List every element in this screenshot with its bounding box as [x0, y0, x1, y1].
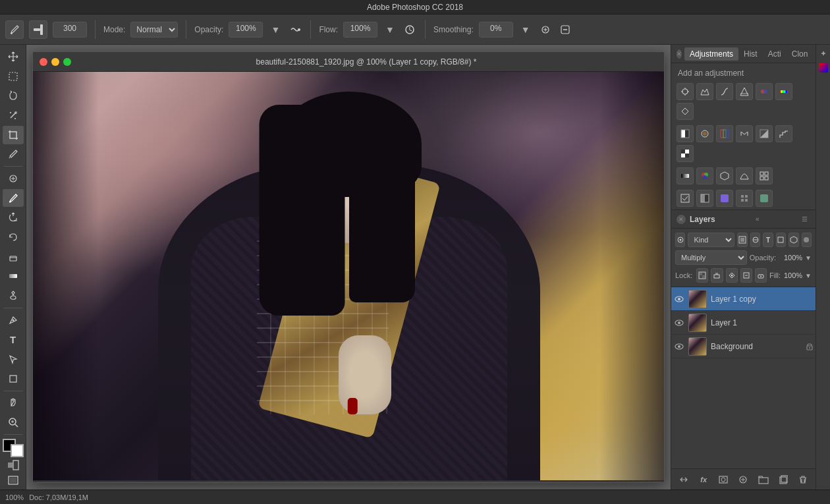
layer-item-1[interactable]: Layer 1	[671, 311, 816, 335]
pressure-btn[interactable]	[558, 22, 572, 37]
adj-vibrance[interactable]	[756, 83, 773, 100]
crop-tool[interactable]	[3, 126, 24, 144]
flow-value[interactable]: 100%	[343, 22, 377, 38]
layer-item-copy[interactable]: Layer 1 copy	[671, 287, 816, 311]
filter-status-btn[interactable]	[802, 233, 812, 247]
maximize-window-btn[interactable]	[63, 58, 71, 66]
adj-smart-object[interactable]	[716, 167, 733, 184]
filter-smart-btn[interactable]	[788, 233, 798, 247]
quick-mask-btn[interactable]	[3, 459, 24, 472]
path-selection-tool[interactable]	[3, 350, 24, 368]
adj-pattern[interactable]	[736, 190, 753, 207]
fill-arrow[interactable]: ▼	[805, 272, 812, 279]
tab-adjustments[interactable]: Adjustments	[684, 47, 738, 61]
color-swatches[interactable]	[3, 439, 24, 457]
tab-actions[interactable]: Acti	[763, 47, 787, 61]
move-tool[interactable]	[3, 47, 24, 66]
eraser-tool[interactable]	[3, 248, 24, 266]
layers-collapse-btn[interactable]: «	[752, 214, 763, 225]
filter-pixel-btn[interactable]	[737, 233, 747, 247]
adj-color-lookup[interactable]	[736, 125, 753, 142]
adj-mask-invert[interactable]	[696, 190, 713, 207]
adj-posterize[interactable]	[775, 125, 792, 142]
layer-1-visibility[interactable]	[674, 318, 684, 328]
right-edge-color[interactable]	[817, 62, 829, 74]
adj-exposure[interactable]	[736, 83, 753, 100]
brush-tool-btn[interactable]	[5, 20, 24, 39]
layer-new-btn[interactable]	[776, 472, 790, 487]
adj-bw[interactable]	[677, 125, 694, 142]
screen-mode-btn[interactable]	[3, 473, 24, 487]
layer-link-btn[interactable]	[677, 472, 691, 487]
adj-selective-color[interactable]	[696, 167, 713, 184]
gradient-tool[interactable]	[3, 267, 24, 286]
lock-image-pixels-btn[interactable]	[711, 268, 723, 283]
lock-position-btn[interactable]	[726, 268, 738, 283]
eyedropper-tool[interactable]	[3, 146, 24, 164]
layer-copy-visibility[interactable]	[674, 294, 684, 304]
adj-mask-edit[interactable]	[677, 190, 694, 207]
adj-grid[interactable]	[756, 167, 773, 184]
adj-channel-mixer[interactable]	[716, 125, 733, 142]
filter-type-select[interactable]: Kind Name Effect Mode Attribute	[688, 233, 734, 247]
adj-curves[interactable]	[716, 83, 733, 100]
tab-clone[interactable]: Clon	[787, 47, 814, 61]
background-color[interactable]	[11, 444, 24, 457]
minimize-window-btn[interactable]	[51, 58, 59, 66]
adj-solid-color[interactable]	[756, 190, 773, 207]
adj-gradient-map[interactable]	[677, 167, 694, 184]
hand-tool[interactable]	[3, 394, 24, 412]
adj-hue-saturation[interactable]	[775, 83, 792, 100]
background-visibility[interactable]	[674, 341, 684, 352]
layers-close-btn[interactable]: ✕	[677, 215, 686, 224]
lock-all-btn[interactable]	[755, 268, 767, 283]
layer-mask-btn[interactable]	[716, 472, 731, 487]
adj-shadows-highlights[interactable]	[736, 167, 753, 184]
adj-threshold[interactable]	[677, 145, 694, 162]
shape-tool[interactable]	[3, 370, 24, 388]
magic-wand-tool[interactable]	[3, 106, 24, 125]
clone-stamp-tool[interactable]	[3, 208, 24, 227]
smoothing-options[interactable]	[538, 22, 553, 37]
opacity-arrow[interactable]: ▼	[805, 254, 812, 262]
layer-adjustment-btn[interactable]	[736, 472, 750, 487]
smoothing-value[interactable]: 0%	[479, 22, 513, 38]
adj-color-swatch[interactable]	[716, 190, 733, 207]
right-edge-expand[interactable]	[817, 47, 829, 59]
layer-fx-btn[interactable]: fx	[696, 472, 711, 487]
lock-transparency-btn[interactable]	[696, 268, 708, 283]
opacity-value[interactable]: 100%	[779, 254, 802, 262]
mode-select[interactable]: Normal Multiply Screen Overlay	[130, 22, 178, 38]
flow-arrow[interactable]: ▼	[383, 22, 397, 37]
text-tool[interactable]: T	[3, 331, 24, 349]
zoom-tool[interactable]	[3, 413, 24, 432]
airbrush-toggle[interactable]	[288, 22, 302, 37]
layer-item-background[interactable]: Background	[671, 335, 816, 358]
adj-brightness[interactable]	[677, 83, 694, 100]
layer-delete-btn[interactable]	[796, 472, 810, 487]
fill-value[interactable]: 100%	[783, 271, 802, 279]
lock-artboard-btn[interactable]	[740, 268, 752, 283]
flow-toggle[interactable]	[402, 22, 417, 37]
filter-adjustment-btn[interactable]	[750, 233, 760, 247]
adj-levels[interactable]	[696, 83, 713, 100]
brush-size-btn[interactable]	[29, 20, 47, 39]
canvas-content[interactable]	[33, 72, 665, 480]
adj-color-balance[interactable]	[677, 103, 694, 120]
opacity-arrow[interactable]: ▼	[268, 22, 283, 37]
filter-text-btn[interactable]: T	[763, 233, 773, 247]
brush-size-value[interactable]: 300	[53, 22, 87, 38]
close-window-btn[interactable]	[40, 58, 47, 66]
adj-photo-filter[interactable]	[696, 125, 713, 142]
blur-tool[interactable]	[3, 287, 24, 305]
marquee-tool[interactable]	[3, 67, 24, 86]
brush-tool[interactable]	[3, 189, 24, 208]
pen-tool[interactable]	[3, 311, 24, 329]
adj-invert[interactable]	[756, 125, 773, 142]
filter-toggle[interactable]	[675, 233, 685, 247]
lasso-tool[interactable]	[3, 86, 24, 105]
smoothing-arrow[interactable]: ▼	[518, 22, 533, 37]
history-brush-tool[interactable]	[3, 228, 24, 246]
tab-history[interactable]: Hist	[738, 47, 763, 61]
layer-group-btn[interactable]	[756, 472, 771, 487]
